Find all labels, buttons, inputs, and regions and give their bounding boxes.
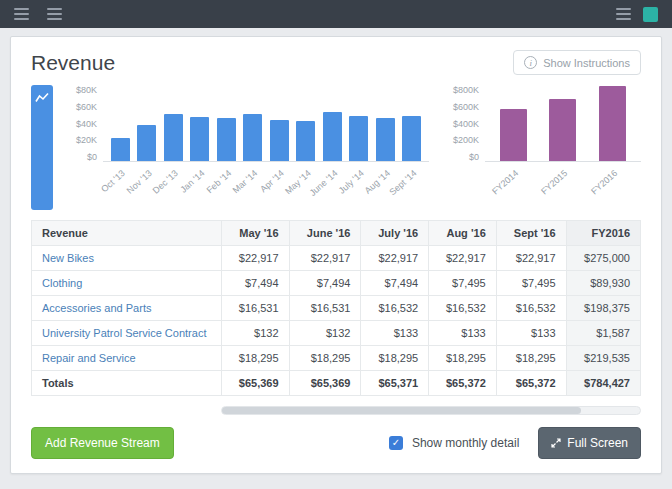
info-icon: i (524, 56, 537, 69)
bar-slot (293, 85, 320, 161)
bar-dec-13 (164, 114, 183, 162)
monthly-x-axis: Oct '13Nov '13Dec '13Jan '14Feb '14Mar '… (103, 162, 429, 206)
bar-slot (588, 85, 637, 161)
bar-slot (134, 85, 161, 161)
show-monthly-detail-label[interactable]: Show monthly detail (412, 436, 519, 450)
cell-value: $22,917 (289, 246, 361, 271)
cell-value: $7,494 (289, 271, 361, 296)
show-monthly-detail-checkbox[interactable]: ✓ (389, 436, 403, 450)
account-swatch[interactable] (643, 7, 658, 22)
cell-value: $132 (289, 321, 361, 346)
x-label-slot: Sept '14 (399, 162, 426, 206)
revenue-stream-link[interactable]: Repair and Service (32, 346, 222, 371)
monthly-bars (103, 85, 429, 162)
top-navbar (0, 0, 672, 28)
full-screen-label: Full Screen (567, 436, 628, 450)
x-tick-label: Oct '13 (99, 168, 127, 194)
annual-revenue-chart: $800K$600K$400K$200K$0 FY2014FY2015FY201… (445, 85, 641, 210)
column-header-june-16: June '16 (289, 221, 361, 246)
totals-label: Totals (32, 371, 222, 396)
bar-slot (107, 85, 134, 161)
y-tick-label: $200K (453, 135, 479, 145)
page-title: Revenue (31, 51, 115, 75)
monthly-revenue-chart: $80K$60K$40K$20K$0 Oct '13Nov '13Dec '13… (63, 85, 429, 210)
cell-value: $132 (222, 321, 290, 346)
totals-row: Totals$65,369$65,369$65,371$65,372$65,37… (32, 371, 641, 396)
card-footer: Add Revenue Stream ✓ Show monthly detail… (11, 415, 661, 473)
cell-value: $16,531 (222, 296, 290, 321)
bar-slot (399, 85, 426, 161)
x-label-slot: FY2014 (489, 162, 538, 206)
cell-value: $7,494 (361, 271, 429, 296)
cell-value: $784,427 (566, 371, 640, 396)
bar-feb-14 (217, 118, 236, 161)
x-tick-label: FY2014 (490, 168, 520, 197)
bar-june-14 (323, 112, 342, 161)
cell-value: $7,495 (496, 271, 566, 296)
revenue-stream-link[interactable]: New Bikes (32, 246, 222, 271)
revenue-stream-link[interactable]: University Patrol Service Contract (32, 321, 222, 346)
cell-value: $16,532 (496, 296, 566, 321)
show-instructions-button[interactable]: i Show Instructions (513, 50, 641, 75)
table-row: University Patrol Service Contract$132$1… (32, 321, 641, 346)
bar-nov-13 (137, 125, 156, 161)
table-row: Repair and Service$18,295$18,295$18,295$… (32, 346, 641, 371)
bar-oct-13 (111, 138, 130, 161)
table-scrollbar-row (31, 406, 641, 415)
bar-july-14 (349, 116, 368, 161)
horizontal-scrollbar-track[interactable] (221, 406, 641, 415)
cell-value: $133 (429, 321, 497, 346)
cell-value: $18,295 (361, 346, 429, 371)
x-label-slot: FY2015 (538, 162, 587, 206)
bar-fy2015 (549, 99, 576, 161)
horizontal-scrollbar-handle[interactable] (222, 407, 581, 414)
y-tick-label: $80K (76, 85, 97, 95)
column-header-sept-16: Sept '16 (496, 221, 566, 246)
menu-icon-secondary[interactable] (47, 8, 62, 20)
revenue-stream-link[interactable]: Clothing (32, 271, 222, 296)
cell-value: $18,295 (222, 346, 290, 371)
bar-slot (489, 85, 538, 161)
cell-value: $22,917 (496, 246, 566, 271)
cell-value: $65,369 (289, 371, 361, 396)
chart-tab[interactable] (31, 85, 53, 210)
revenue-stream-link[interactable]: Accessories and Parts (32, 296, 222, 321)
footer-right-group: ✓ Show monthly detail Full Screen (389, 427, 641, 459)
show-instructions-label: Show Instructions (543, 57, 630, 69)
full-screen-button[interactable]: Full Screen (538, 427, 641, 459)
cell-value: $198,375 (566, 296, 640, 321)
cell-value: $89,930 (566, 271, 640, 296)
cell-value: $18,295 (496, 346, 566, 371)
bar-may-14 (296, 121, 315, 161)
column-header-aug-16: Aug '16 (429, 221, 497, 246)
revenue-table: RevenueMay '16June '16July '16Aug '16Sep… (31, 220, 641, 396)
y-tick-label: $400K (453, 119, 479, 129)
cell-value: $1,587 (566, 321, 640, 346)
cell-value: $65,372 (429, 371, 497, 396)
cell-value: $133 (361, 321, 429, 346)
bar-jan-14 (190, 117, 209, 161)
annual-plot-area: FY2014FY2015FY2016 (485, 85, 641, 210)
annual-y-axis: $800K$600K$400K$200K$0 (445, 85, 485, 162)
cell-value: $16,532 (429, 296, 497, 321)
column-header-july-16: July '16 (361, 221, 429, 246)
bar-fy2014 (500, 109, 527, 161)
cell-value: $7,495 (429, 271, 497, 296)
cell-value: $275,000 (566, 246, 640, 271)
bar-apr-14 (270, 120, 289, 161)
y-tick-label: $600K (453, 102, 479, 112)
y-tick-label: $20K (76, 135, 97, 145)
x-tick-label: FY2015 (540, 168, 570, 197)
cell-value: $18,295 (429, 346, 497, 371)
menu-icon-right[interactable] (616, 8, 631, 20)
card-header: Revenue i Show Instructions (11, 37, 661, 83)
sparkline-icon (35, 92, 49, 104)
revenue-table-head-row: RevenueMay '16June '16July '16Aug '16Sep… (32, 221, 641, 246)
bar-slot (319, 85, 346, 161)
column-header-may-16: May '16 (222, 221, 290, 246)
annual-bars (485, 85, 641, 162)
x-tick-label: FY2016 (589, 168, 619, 197)
charts-panel: $80K$60K$40K$20K$0 Oct '13Nov '13Dec '13… (31, 85, 641, 210)
menu-icon[interactable] (14, 8, 29, 20)
add-revenue-stream-button[interactable]: Add Revenue Stream (31, 427, 174, 459)
